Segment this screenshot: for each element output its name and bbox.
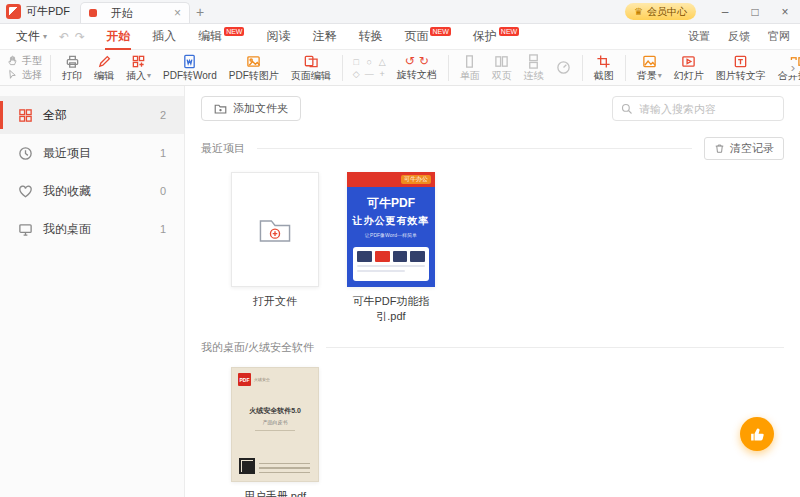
double-page-icon (494, 54, 509, 69)
trash-icon (714, 143, 725, 154)
annotation-shape-tools: □ ○ △ ◇ — + (348, 56, 391, 80)
slideshow-icon (681, 54, 696, 69)
search-box[interactable] (612, 96, 784, 121)
desktop-section-header: 我的桌面/火绒安全软件 (201, 340, 784, 355)
file-menu-button[interactable]: 文件 ▾ (10, 28, 53, 45)
tab-doc-icon (89, 9, 97, 17)
document-tab[interactable]: 开始 × (80, 2, 190, 23)
menubar: 文件 ▾ ↶ ↷ 开始 插入 编辑 NEW 阅读 注释 转换 页面 NEW (0, 24, 800, 50)
sidebar-item-desktop[interactable]: 我的桌面 1 (0, 210, 184, 248)
search-input[interactable] (639, 103, 775, 115)
pdf-to-word-button[interactable]: PDF转Word (157, 52, 223, 83)
menu-tab-home[interactable]: 开始 (95, 24, 141, 50)
background-button[interactable]: 背景 ▾ (631, 52, 668, 83)
crown-icon: ♛ (634, 6, 643, 17)
undo-icon[interactable]: ↶ (59, 30, 69, 44)
line-shape-icon[interactable]: — (363, 68, 376, 80)
add-folder-label: 添加文件夹 (233, 101, 288, 116)
menu-tab-label: 转换 (358, 28, 382, 45)
menu-tab-annotate[interactable]: 注释 (301, 24, 347, 50)
plus-shape-icon[interactable]: + (376, 68, 389, 80)
minimize-button[interactable]: – (710, 0, 740, 24)
slideshow-button[interactable]: 幻灯片 (668, 52, 710, 83)
toolbar-divider (448, 55, 449, 81)
menu-tab-protect[interactable]: 保护 NEW (462, 24, 530, 50)
pdf-logo-icon: PDF (238, 373, 251, 386)
circle-shape-icon[interactable]: ○ (363, 56, 376, 68)
guide-thumb-tagline: 让办公更有效率 (347, 214, 435, 228)
crop-icon (596, 54, 611, 69)
manual-pdf-card[interactable]: PDF 火绒安全 火绒安全软件5.0 产品白皮书 用户手册.pdf (231, 367, 319, 497)
menu-tab-insert[interactable]: 插入 (141, 24, 187, 50)
print-label: 打印 (62, 70, 82, 81)
open-file-card[interactable]: 打开文件 (231, 172, 319, 324)
toolbar-divider (625, 55, 626, 81)
feedback-like-button[interactable] (740, 417, 774, 451)
manual-thumb-textlines (259, 460, 310, 474)
menu-tab-convert[interactable]: 转换 (347, 24, 393, 50)
toolbar-divider (342, 55, 343, 81)
sidebar-item-label: 我的桌面 (43, 221, 91, 238)
pages-icon (303, 54, 318, 69)
view-continuous-button[interactable]: 连续 (518, 52, 550, 83)
chevron-down-icon: ▾ (658, 70, 662, 81)
sidebar-item-favorites[interactable]: 我的收藏 0 (0, 172, 184, 210)
add-folder-button[interactable]: 添加文件夹 (201, 96, 301, 121)
recent-section-title: 最近项目 (201, 141, 245, 156)
sidebar-item-all[interactable]: 全部 2 (0, 96, 184, 134)
grid-icon (18, 108, 33, 123)
rotate-doc-button[interactable]: ↺ ↻ 旋转文档 (391, 53, 443, 82)
single-page-icon (462, 54, 477, 69)
member-center-button[interactable]: ♛ 会员中心 (625, 3, 696, 20)
tab-close-icon[interactable]: × (174, 6, 181, 20)
settings-link[interactable]: 设置 (688, 29, 710, 44)
edit-label: 编辑 (94, 70, 114, 81)
print-button[interactable]: 打印 (56, 52, 88, 83)
titlebar-right: ♛ 会员中心 – □ × (625, 0, 800, 23)
toolbar-divider (582, 55, 583, 81)
menu-tab-read[interactable]: 阅读 (255, 24, 301, 50)
guide-pdf-card[interactable]: 可牛办公 可牛PDF 让办公更有效率 让PDF像Word一样简单 可牛PDF功能… (347, 172, 435, 324)
new-tab-button[interactable]: + (190, 4, 210, 20)
sidebar-item-recent[interactable]: 最近项目 1 (0, 134, 184, 172)
hand-tool[interactable]: 手型 (7, 55, 42, 67)
feedback-link[interactable]: 反馈 (728, 29, 750, 44)
hand-icon (7, 55, 18, 66)
view-double-button[interactable]: 双页 (486, 52, 518, 83)
history-controls: ↶ ↷ (59, 30, 85, 44)
square-shape-icon[interactable]: □ (350, 56, 363, 68)
page-edit-label: 页面编辑 (291, 70, 331, 81)
sidebar-item-label: 最近项目 (43, 145, 91, 162)
insert-button[interactable]: 插入 ▾ (120, 52, 157, 83)
guide-pdf-thumbnail[interactable]: 可牛办公 可牛PDF 让办公更有效率 让PDF像Word一样简单 (347, 172, 435, 287)
search-icon (621, 103, 633, 115)
view-continuous-label: 连续 (524, 70, 544, 81)
triangle-shape-icon[interactable]: △ (376, 56, 389, 68)
pdf-to-word-label: PDF转Word (163, 70, 217, 81)
printer-icon (65, 54, 80, 69)
maximize-button[interactable]: □ (740, 0, 770, 24)
screenshot-button[interactable]: 截图 (588, 52, 620, 83)
pdf-to-image-button[interactable]: PDF转图片 (223, 52, 285, 83)
image-to-text-button[interactable]: 图片转文字 (710, 52, 772, 83)
website-link[interactable]: 官网 (768, 29, 790, 44)
clear-records-button[interactable]: 清空记录 (704, 137, 784, 160)
zoom-dial[interactable] (550, 58, 577, 77)
menu-tab-edit[interactable]: 编辑 NEW (187, 24, 255, 50)
close-button[interactable]: × (770, 0, 800, 24)
menu-tab-label: 保护 (473, 28, 497, 45)
diamond-shape-icon[interactable]: ◇ (350, 68, 363, 80)
menu-tab-page[interactable]: 页面 NEW (393, 24, 461, 50)
open-file-thumbnail[interactable] (231, 172, 319, 287)
page-edit-button[interactable]: 页面编辑 (285, 52, 337, 83)
view-single-label: 单面 (460, 70, 480, 81)
manual-pdf-thumbnail[interactable]: PDF 火绒安全 火绒安全软件5.0 产品白皮书 (231, 367, 319, 482)
menu-tab-label: 注释 (312, 28, 336, 45)
select-tool[interactable]: 选择 (7, 69, 42, 81)
view-single-button[interactable]: 单面 (454, 52, 486, 83)
redo-icon[interactable]: ↷ (75, 30, 85, 44)
toolbar-overflow-arrow[interactable]: › (788, 60, 798, 75)
edit-button[interactable]: 编辑 (88, 52, 120, 83)
background-icon (642, 54, 657, 69)
folder-plus-icon (214, 102, 227, 115)
